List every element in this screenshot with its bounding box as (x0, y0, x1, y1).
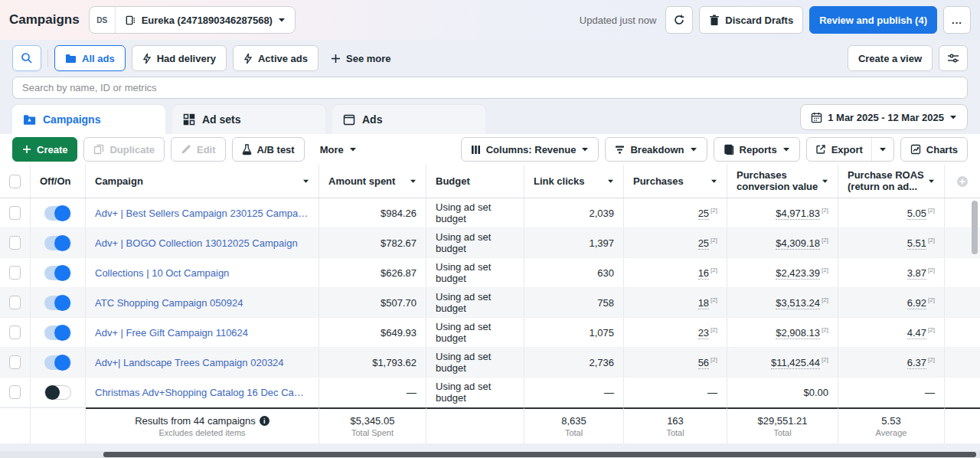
budget-cell: Using ad set budget (426, 348, 524, 377)
link-clicks-cell: 2,736 (524, 348, 624, 377)
create-button[interactable]: Create (12, 137, 77, 162)
ds-badge[interactable]: DS (90, 7, 116, 33)
conversion-value-cell: $4,971.83[2] (727, 198, 838, 227)
sort-caret-icon[interactable] (928, 178, 935, 184)
campaign-name-link[interactable]: Adv+ | Best Sellers Campaign 230125 Camp… (95, 208, 309, 219)
sort-caret-icon[interactable] (607, 178, 614, 184)
header-purchase-roas[interactable]: Purchase ROAS(return on ad... (838, 165, 945, 198)
campaign-toggle[interactable] (44, 206, 71, 221)
chevron-down-icon (349, 146, 357, 152)
row-checkbox[interactable] (9, 385, 21, 399)
row-checkbox[interactable] (9, 266, 21, 280)
table-row: Adv+ | Free Gift Campaign 110624 $649.93… (0, 318, 980, 348)
select-all-checkbox[interactable] (9, 175, 21, 188)
horizontal-scrollbar-track[interactable] (0, 451, 980, 458)
row-checkbox[interactable] (9, 296, 21, 309)
header-purchases[interactable]: Purchases (624, 165, 727, 198)
header-purchases-conversion-value[interactable]: Purchases conversion value (727, 165, 838, 198)
row-checkbox[interactable] (9, 206, 21, 220)
header-campaign[interactable]: Campaign (86, 165, 319, 198)
breakdown-button[interactable]: Breakdown (605, 137, 707, 162)
filter-search-button[interactable] (12, 45, 41, 71)
columns-label: Columns: Revenue (486, 144, 577, 155)
info-icon[interactable]: i (260, 416, 270, 426)
charts-button[interactable]: Charts (900, 137, 968, 162)
filter-active-ads[interactable]: Active ads (233, 45, 318, 71)
add-column-icon[interactable] (956, 175, 969, 188)
campaign-name-link[interactable]: Collections | 10 Oct Campaign (95, 267, 229, 279)
roas-cell: 6.92[2] (838, 288, 945, 317)
discard-drafts-button[interactable]: Discard Drafts (699, 6, 803, 34)
ellipsis-icon: ... (952, 15, 962, 26)
row-checkbox[interactable] (9, 355, 21, 369)
header-amount-spent[interactable]: Amount spent (319, 165, 426, 198)
edit-button[interactable]: Edit (171, 137, 226, 162)
conversion-value-cell: $2,423.39[2] (727, 258, 838, 287)
pencil-icon (181, 144, 191, 155)
campaign-toggle[interactable] (44, 355, 71, 370)
campaign-name-link[interactable]: Christmas Adv+Shopping Catalog 16 Dec Ca… (95, 387, 309, 398)
campaigns-table: Off/On Campaign Amount spent Budget Link… (0, 165, 980, 443)
create-a-view-button[interactable]: Create a view (848, 45, 933, 71)
refresh-button[interactable] (665, 6, 693, 34)
chevron-down-icon (278, 17, 286, 23)
date-range-button[interactable]: 1 Mar 2025 - 12 Mar 2025 (800, 104, 968, 130)
export-dropdown-button[interactable] (871, 138, 893, 161)
link-clicks-cell: 1,075 (524, 318, 624, 347)
header-add-column[interactable] (945, 165, 980, 198)
more-options-button[interactable]: ... (943, 6, 971, 34)
campaign-toggle[interactable] (44, 385, 71, 400)
campaign-toggle[interactable] (44, 236, 71, 250)
plus-icon (22, 145, 31, 154)
campaign-toggle[interactable] (44, 266, 71, 280)
filter-had-delivery[interactable]: Had delivery (132, 45, 227, 71)
table-row: ATC Shopping Campaign 050924 $507.70 Usi… (0, 288, 980, 318)
lightning-icon (243, 53, 253, 64)
export-button[interactable]: Export (807, 138, 871, 161)
plus-icon (331, 54, 341, 64)
campaign-name-link[interactable]: ATC Shopping Campaign 050924 (95, 297, 243, 309)
lightning-icon (142, 53, 152, 64)
table-row: Adv+| Landscape Trees Campaign 020324 $1… (0, 348, 980, 378)
campaign-toggle[interactable] (44, 326, 71, 340)
account-selector[interactable]: DS Eureka (2471890346287568) (89, 6, 296, 34)
sort-caret-icon[interactable] (822, 178, 828, 184)
review-publish-button[interactable]: Review and publish (4) (809, 6, 937, 34)
horizontal-scrollbar-thumb[interactable] (103, 452, 976, 457)
reports-button[interactable]: Reports (714, 137, 800, 162)
purchases-cell: 25[2] (624, 228, 727, 257)
filter-divider (47, 49, 48, 67)
columns-icon (471, 145, 481, 155)
ab-test-button[interactable]: A/B test (232, 137, 305, 162)
more-dropdown-button[interactable]: More (311, 137, 366, 162)
export-icon (815, 144, 826, 155)
row-checkbox[interactable] (9, 326, 21, 339)
tab-campaigns-label: Campaigns (43, 113, 100, 126)
tab-ads[interactable]: Ads (332, 105, 485, 134)
search-row (0, 71, 980, 99)
tab-campaigns[interactable]: Campaigns (12, 105, 165, 134)
header-link-clicks[interactable]: Link clicks (524, 165, 624, 198)
header-budget[interactable]: Budget (426, 165, 524, 198)
chevron-down-icon (690, 146, 697, 152)
budget-cell: Using ad set budget (426, 288, 524, 317)
duplicate-button[interactable]: Duplicate (83, 137, 165, 162)
calendar-icon (811, 112, 822, 123)
see-more-button[interactable]: See more (325, 53, 397, 64)
view-settings-button[interactable] (939, 45, 968, 71)
tab-ad-sets[interactable]: Ad sets (172, 105, 325, 134)
search-input[interactable] (12, 77, 968, 99)
row-checkbox[interactable] (9, 236, 21, 250)
sort-caret-icon[interactable] (302, 178, 309, 184)
campaign-toggle[interactable] (44, 296, 71, 310)
campaign-name-link[interactable]: Adv+ | BOGO Collection 13012025 Campaign (95, 237, 298, 249)
filter-all-ads[interactable]: All ads (54, 45, 126, 71)
account-dropdown[interactable]: Eureka (2471890346287568) (116, 15, 295, 26)
campaign-name-link[interactable]: Adv+| Landscape Trees Campaign 020324 (95, 357, 284, 368)
campaign-name-link[interactable]: Adv+ | Free Gift Campaign 110624 (95, 327, 248, 339)
vertical-scrollbar[interactable] (972, 201, 978, 254)
columns-button[interactable]: Columns: Revenue (461, 137, 599, 162)
sort-caret-icon[interactable] (410, 178, 416, 184)
sort-caret-icon[interactable] (710, 178, 717, 184)
roas-cell: 5.05[2] (838, 198, 945, 227)
